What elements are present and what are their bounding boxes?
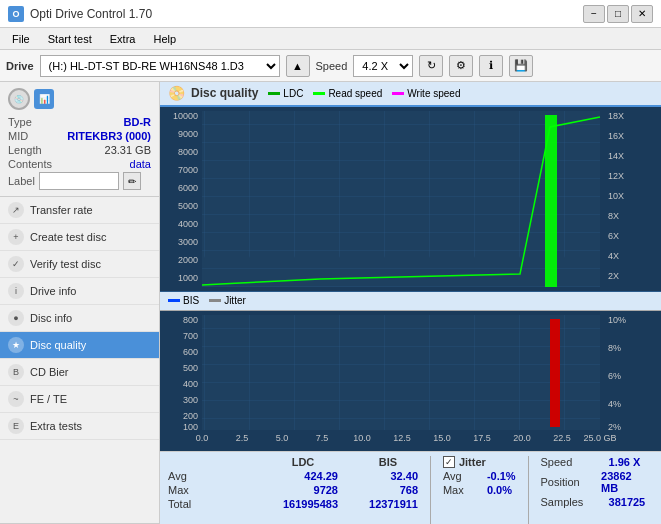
sidebar-item-verify-test-disc[interactable]: ✓ Verify test disc — [0, 251, 159, 278]
sidebar-item-transfer-rate[interactable]: ↗ Transfer rate — [0, 197, 159, 224]
ldc-header: LDC — [268, 456, 338, 468]
samples-value: 381725 — [609, 496, 646, 508]
svg-text:6%: 6% — [608, 371, 621, 381]
jitter-color — [209, 299, 221, 302]
label-input[interactable] — [39, 172, 119, 190]
svg-text:7000: 7000 — [178, 165, 198, 175]
sidebar-item-drive-info[interactable]: i Drive info — [0, 278, 159, 305]
sidebar: 💿 📊 Type BD-R MID RITEKBR3 (000) Length … — [0, 82, 160, 524]
svg-text:600: 600 — [183, 347, 198, 357]
sidebar-item-extra-tests[interactable]: E Extra tests — [0, 413, 159, 440]
config-button[interactable]: ⚙ — [449, 55, 473, 77]
svg-rect-37 — [202, 315, 600, 430]
svg-text:10X: 10X — [608, 191, 624, 201]
top-chart: 10000 9000 8000 7000 6000 5000 4000 3000… — [160, 107, 661, 292]
disc-mid-label: MID — [8, 130, 28, 142]
svg-text:15.0: 15.0 — [433, 433, 451, 443]
app-icon-text: O — [12, 9, 19, 19]
write-speed-bar — [545, 115, 557, 287]
svg-text:12.5: 12.5 — [393, 433, 411, 443]
refresh-button[interactable]: ↻ — [419, 55, 443, 77]
close-button[interactable]: ✕ — [631, 5, 653, 23]
svg-text:800: 800 — [183, 315, 198, 325]
disc-info-label: Disc info — [30, 312, 72, 324]
bis-color — [168, 299, 180, 302]
ldc-color — [268, 92, 280, 95]
ldc-max: 9728 — [268, 484, 338, 496]
label-edit-button[interactable]: ✏ — [123, 172, 141, 190]
info-button[interactable]: ℹ — [479, 55, 503, 77]
svg-text:2%: 2% — [608, 422, 621, 432]
sidebar-item-disc-info[interactable]: ● Disc info — [0, 305, 159, 332]
disc-contents-row: Contents data — [8, 158, 151, 170]
svg-text:20.0: 20.0 — [513, 433, 531, 443]
menubar: File Start test Extra Help — [0, 28, 661, 50]
verify-test-disc-label: Verify test disc — [30, 258, 101, 270]
disc-quality-label: Disc quality — [30, 339, 86, 351]
cd-bier-label: CD Bier — [30, 366, 69, 378]
svg-text:3000: 3000 — [178, 237, 198, 247]
legend-bis-label: BIS — [183, 295, 199, 306]
top-chart-svg: 10000 9000 8000 7000 6000 5000 4000 3000… — [160, 107, 661, 291]
sidebar-item-disc-quality[interactable]: ★ Disc quality — [0, 332, 159, 359]
sidebar-item-fe-te[interactable]: ~ FE / TE — [0, 386, 159, 413]
disc-label-label: Label — [8, 175, 35, 187]
transfer-rate-icon: ↗ — [8, 202, 24, 218]
sidebar-item-cd-bier[interactable]: B CD Bier — [0, 359, 159, 386]
svg-text:5.0: 5.0 — [276, 433, 289, 443]
scan-icon: 📊 — [34, 89, 54, 109]
speed-label: Speed — [316, 60, 348, 72]
stats-panel: LDC BIS Avg 424.29 32.40 Max 9728 768 To… — [160, 451, 661, 524]
disc-quality-header-icon: 📀 — [168, 85, 185, 101]
legend-write-speed: Write speed — [392, 88, 460, 99]
svg-text:8000: 8000 — [178, 147, 198, 157]
disc-length-row: Length 23.31 GB — [8, 144, 151, 156]
menu-start-test[interactable]: Start test — [40, 31, 100, 47]
create-test-disc-label: Create test disc — [30, 231, 106, 243]
max-row: Max 9728 768 — [168, 484, 418, 496]
titlebar-left: O Opti Drive Control 1.70 — [8, 6, 152, 22]
jitter-max: 0.0% — [487, 484, 512, 496]
app-title: Opti Drive Control 1.70 — [30, 7, 152, 21]
minimize-button[interactable]: − — [583, 5, 605, 23]
svg-text:25.0 GB: 25.0 GB — [583, 433, 616, 443]
svg-text:7.5: 7.5 — [316, 433, 329, 443]
jitter-checkbox[interactable]: ✓ — [443, 456, 455, 468]
speed-stats: Speed 1.96 X Position 23862 MB Samples 3… — [541, 456, 646, 524]
svg-text:10.0: 10.0 — [353, 433, 371, 443]
menu-file[interactable]: File — [4, 31, 38, 47]
position-label: Position — [541, 476, 594, 488]
bottom-chart-svg: 800 700 600 500 400 300 200 100 10% 8% 6… — [160, 311, 661, 451]
disc-mid-row: MID RITEKBR3 (000) — [8, 130, 151, 142]
extra-tests-icon: E — [8, 418, 24, 434]
bis-avg: 32.40 — [358, 470, 418, 482]
total-row: Total 161995483 12371911 — [168, 498, 418, 510]
menu-help[interactable]: Help — [145, 31, 184, 47]
ldc-bis-stats: LDC BIS Avg 424.29 32.40 Max 9728 768 To… — [168, 456, 418, 524]
svg-text:18X: 18X — [608, 111, 624, 121]
jitter-max-row: Max 0.0% — [443, 484, 516, 496]
legend-read-speed: Read speed — [313, 88, 382, 99]
disc-header: 💿 📊 — [8, 88, 151, 110]
eject-button[interactable]: ▲ — [286, 55, 310, 77]
save-button[interactable]: 💾 — [509, 55, 533, 77]
menu-extra[interactable]: Extra — [102, 31, 144, 47]
speed-select[interactable]: 4.2 X — [353, 55, 413, 77]
svg-text:4000: 4000 — [178, 219, 198, 229]
sidebar-item-create-test-disc[interactable]: + Create test disc — [0, 224, 159, 251]
window-controls: − □ ✕ — [583, 5, 653, 23]
speed-row: Speed 1.96 X — [541, 456, 646, 468]
jitter-avg: -0.1% — [487, 470, 516, 482]
app-icon: O — [8, 6, 24, 22]
svg-text:8%: 8% — [608, 343, 621, 353]
jitter-label: Jitter — [459, 456, 486, 468]
svg-rect-4 — [202, 111, 600, 287]
drive-select[interactable]: (H:) HL-DT-ST BD-RE WH16NS48 1.D3 — [40, 55, 280, 77]
svg-text:4X: 4X — [608, 251, 619, 261]
disc-label-row: Label ✏ — [8, 172, 151, 190]
fe-te-label: FE / TE — [30, 393, 67, 405]
svg-text:10%: 10% — [608, 315, 626, 325]
disc-length-label: Length — [8, 144, 42, 156]
maximize-button[interactable]: □ — [607, 5, 629, 23]
bis-total: 12371911 — [358, 498, 418, 510]
